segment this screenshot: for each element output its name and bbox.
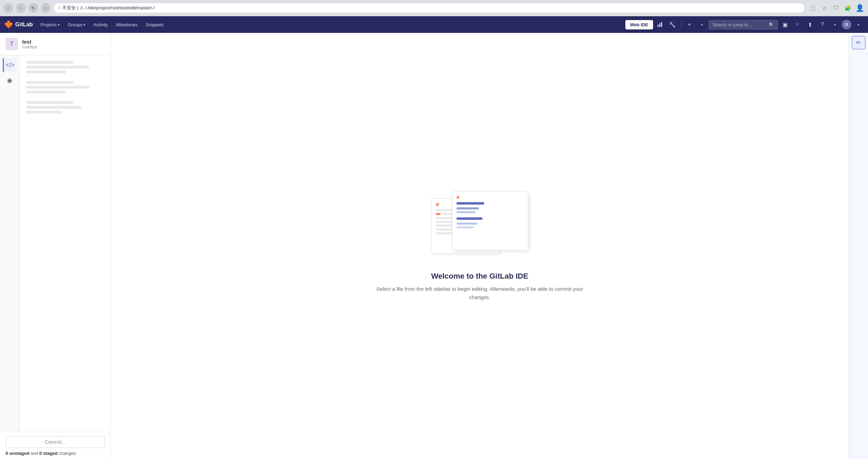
staged-count: 0 staged (39, 451, 58, 456)
panel-body: </> ◉ (0, 55, 110, 432)
edit-button[interactable]: ✏ (852, 36, 866, 50)
wrench-icon[interactable]: 🔧 (667, 19, 678, 30)
url-text: 不安全 | ⚠ /-/ide/project/root/test/edit/ma… (62, 5, 155, 11)
search-placeholder: Search or jump to... (713, 22, 752, 27)
skeleton-line (26, 86, 89, 89)
svg-rect-0 (658, 25, 659, 27)
skeleton-group-1 (19, 58, 110, 78)
plus-dropdown-arrow[interactable]: ▾ (696, 19, 707, 30)
search-box[interactable]: Search or jump to... 🔍 (709, 20, 778, 29)
nav-activity[interactable]: Activity (90, 20, 111, 29)
welcome-container: Welcome to the GitLab IDE Select a file … (376, 191, 584, 302)
welcome-title: Welcome to the GitLab IDE (376, 272, 584, 281)
project-path: root/test (22, 45, 37, 50)
main-content: Welcome to the GitLab IDE Select a file … (111, 33, 849, 459)
web-ide-button[interactable]: Web IDE (625, 20, 653, 29)
back-button[interactable]: ‹ (3, 3, 13, 13)
code-view-button[interactable]: </> (3, 58, 17, 72)
nav-groups[interactable]: Groups ▾ (64, 20, 89, 29)
main-layout: T test root/test </> ◉ (0, 33, 868, 459)
gitlab-logo-text: GitLab (15, 21, 33, 28)
skeleton-line (26, 66, 89, 69)
bookmark-icon[interactable]: ☆ (820, 3, 829, 13)
projects-dropdown-arrow: ▾ (58, 23, 60, 27)
project-avatar: T (6, 38, 18, 50)
welcome-subtitle: Select a file from the left sidebar to b… (376, 285, 584, 302)
project-header: T test root/test (0, 33, 110, 55)
forward-button[interactable]: › (16, 3, 26, 13)
skeleton-line (26, 111, 62, 114)
changes-text: 0 unstaged and 0 staged changes (6, 451, 105, 456)
extension-icon[interactable]: 🧩 (843, 3, 853, 13)
browser-actions: ⬚ ☆ 🛡 🧩 👤 (808, 3, 865, 13)
search-icon: 🔍 (769, 22, 774, 27)
help-dropdown-arrow[interactable]: ▾ (829, 19, 840, 30)
avatar-dropdown-arrow[interactable]: ▾ (853, 19, 864, 30)
home-button[interactable]: ⌂ (41, 3, 51, 13)
shield-icon[interactable]: 🛡 (831, 3, 841, 13)
commit-button[interactable]: Commit... (6, 436, 105, 448)
left-panel-bottom: Commit... 0 unstaged and 0 staged change… (0, 432, 110, 459)
address-bar[interactable]: ℹ 不安全 | ⚠ /-/ide/project/root/test/edit/… (53, 3, 805, 13)
gitlab-logo[interactable]: GitLab (4, 20, 33, 29)
merge-request-icon[interactable]: ⑂ (792, 19, 803, 30)
gitlab-logo-icon (4, 20, 13, 29)
skeleton-group-2 (19, 78, 110, 98)
file-tree-panel[interactable] (19, 55, 110, 432)
project-name: test (22, 39, 37, 45)
plus-button[interactable]: + (684, 19, 695, 30)
nav-snippets[interactable]: Snippets (143, 20, 167, 29)
terminal-button[interactable]: ◉ (3, 73, 17, 87)
right-panel: ✏ (849, 33, 868, 459)
svg-rect-2 (661, 22, 662, 27)
bar-chart-icon[interactable] (654, 19, 666, 30)
skeleton-line (26, 61, 73, 64)
skeleton-line (26, 91, 66, 93)
browser-chrome: ‹ › ↻ ⌂ ℹ 不安全 | ⚠ /-/ide/project/root/te… (0, 0, 868, 16)
nav-milestones[interactable]: Milestones (112, 20, 141, 29)
unstaged-count: 0 unstaged (6, 451, 29, 456)
nav-projects[interactable]: Projects ▾ (37, 20, 63, 29)
nav-divider (681, 21, 681, 28)
groups-dropdown-arrow: ▾ (83, 23, 85, 27)
user-avatar[interactable]: G (842, 20, 851, 29)
help-button[interactable]: ? (817, 19, 828, 30)
left-panel: T test root/test </> ◉ (0, 33, 111, 459)
cast-icon[interactable]: ⬚ (808, 3, 817, 13)
skeleton-group-3 (19, 98, 110, 118)
security-icon: ℹ (58, 6, 60, 10)
skeleton-line (26, 71, 66, 73)
reload-button[interactable]: ↻ (28, 3, 38, 13)
profile-icon[interactable]: 👤 (855, 3, 865, 13)
upload-icon[interactable]: ⬆ (804, 19, 815, 30)
ide-illustration (431, 191, 528, 261)
skeleton-line (26, 101, 73, 104)
skeleton-line (26, 81, 73, 84)
panel-icon[interactable]: ▣ (779, 19, 790, 30)
gitlab-navbar: GitLab Projects ▾ Groups ▾ Activity Mile… (0, 16, 868, 33)
ide-front-card (452, 191, 528, 250)
svg-rect-1 (659, 23, 660, 27)
skeleton-line (26, 106, 81, 109)
pencil-icon: ✏ (856, 39, 861, 46)
side-icons: </> ◉ (0, 55, 19, 432)
